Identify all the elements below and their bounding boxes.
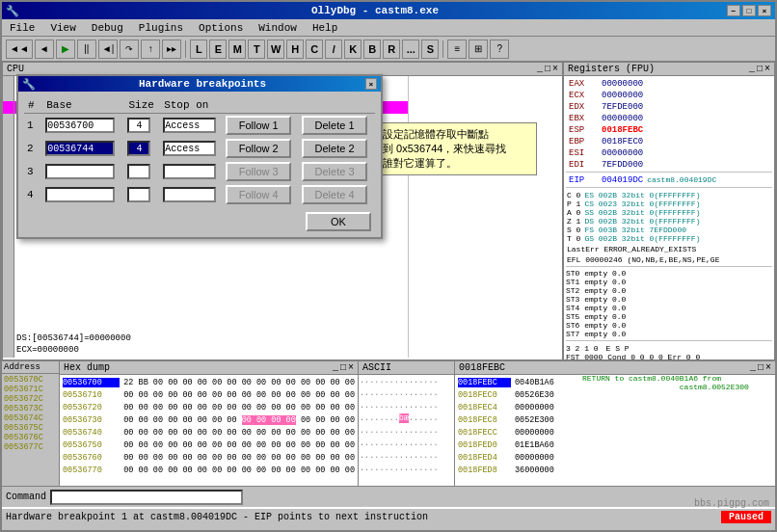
toolbar-trace[interactable]: ▸▸ [162, 40, 181, 59]
bp-size-3[interactable] [124, 160, 160, 183]
bp-stopon-input-1[interactable] [163, 118, 216, 133]
toolbar-k[interactable]: K [344, 40, 362, 59]
bp-stopon-input-4[interactable] [163, 187, 216, 202]
toolbar-e[interactable]: E [209, 40, 227, 59]
reg-maximize[interactable]: □ [757, 64, 763, 74]
toolbar-help[interactable]: ? [490, 40, 509, 59]
toolbar-slash[interactable]: / [325, 40, 342, 59]
efl-line: EFL 00000246 (NO,NB,E,BE,NS,PE,GE [566, 254, 772, 265]
delete-1-button[interactable]: Delete 1 [302, 116, 367, 135]
fpu-regs: ST0 empty 0.0 ST1 empty 0.0 ST2 empty 0.… [566, 269, 772, 338]
status-bar: Hardware breakpoint 1 at castm8.004019DC… [2, 507, 775, 524]
command-bar: Command [2, 486, 775, 507]
hex-row: 0053671000 00 00 00 00 00 00 00 00 00 00… [61, 388, 357, 401]
reg-close[interactable]: × [764, 64, 770, 74]
command-input[interactable] [50, 490, 243, 505]
hex-panel[interactable]: Hex dump _□× 0053670022 BB 00 00 00 00 0… [60, 361, 359, 486]
toolbar-sep1 [185, 40, 186, 58]
bp-base-input-4[interactable] [45, 187, 115, 202]
toolbar-h[interactable]: H [286, 40, 304, 59]
toolbar-step-out[interactable]: ↑ [141, 40, 160, 59]
toolbar-l[interactable]: L [190, 40, 207, 59]
follow-3-button[interactable]: Follow 3 [226, 162, 291, 181]
toolbar-w[interactable]: W [267, 40, 284, 59]
bp-stopon-4[interactable] [160, 183, 223, 206]
reg-minimize[interactable]: _ [749, 64, 755, 74]
bp-stopon-3[interactable] [160, 160, 223, 183]
follow-2-button[interactable]: Follow 2 [226, 139, 291, 158]
bp-follow-2[interactable]: Follow 2 [223, 137, 299, 160]
menu-file[interactable]: File [6, 21, 39, 35]
bp-base-input-3[interactable] [45, 164, 115, 179]
toolbar-back[interactable]: ◄ [35, 40, 54, 59]
bp-base-3[interactable] [42, 160, 124, 183]
code-close[interactable]: × [552, 64, 558, 74]
menu-help[interactable]: Help [308, 21, 341, 35]
ok-button[interactable]: OK [306, 212, 371, 231]
bp-row-4: 4 Follow 4 [24, 183, 375, 206]
reg-ebx: EBX00000000 [566, 113, 772, 124]
bp-size-input-1[interactable] [127, 118, 150, 133]
code-maximize[interactable]: □ [545, 64, 550, 74]
toolbar-r[interactable]: R [383, 40, 400, 59]
menu-window[interactable]: Window [255, 21, 301, 35]
minimize-button[interactable]: − [727, 5, 740, 16]
toolbar-b[interactable]: B [363, 40, 381, 59]
bp-base-input-1[interactable] [45, 118, 115, 133]
follow-4-button[interactable]: Follow 4 [226, 185, 291, 204]
bp-base-2[interactable] [42, 137, 124, 160]
toolbar-rewind[interactable]: ◄◄ [6, 40, 33, 59]
toolbar-m[interactable]: M [228, 40, 246, 59]
bp-stopon-input-3[interactable] [163, 164, 216, 179]
menu-view[interactable]: View [46, 21, 79, 35]
stack-panel[interactable]: 0018FEBC _□× 0018FEBC0040B1A6 RETURN to … [455, 361, 775, 486]
bp-size-4[interactable] [124, 183, 160, 206]
bp-stopon-2[interactable] [160, 137, 223, 160]
toolbar-step-over[interactable]: ↷ [120, 40, 139, 59]
bp-stopon-1[interactable] [160, 114, 223, 138]
bp-delete-1[interactable]: Delete 1 [299, 114, 375, 138]
toolbar-pause[interactable]: || [77, 40, 96, 59]
bp-size-input-3[interactable] [127, 164, 150, 179]
bp-delete-2[interactable]: Delete 2 [299, 137, 375, 160]
toolbar-list[interactable]: ≡ [447, 40, 467, 59]
toolbar-run[interactable]: ▶ [56, 40, 75, 59]
bp-size-input-2[interactable] [127, 141, 150, 156]
follow-1-button[interactable]: Follow 1 [226, 116, 291, 135]
delete-2-button[interactable]: Delete 2 [302, 139, 367, 158]
menu-debug[interactable]: Debug [88, 21, 127, 35]
menu-options[interactable]: Options [195, 21, 247, 35]
toolbar-step-in[interactable]: ◄| [98, 40, 119, 59]
toolbar-s[interactable]: S [421, 40, 439, 59]
code-minimize[interactable]: _ [537, 64, 543, 74]
reg-ecx: ECX00000000 [566, 90, 772, 101]
reg-eip: EIP004019DCcastm8.004019DC [566, 174, 772, 186]
delete-4-button[interactable]: Delete 4 [302, 185, 367, 204]
bp-base-4[interactable] [42, 183, 124, 206]
main-window: 🔧 OllyDbg - castm8.exe − □ × File View D… [0, 0, 777, 532]
toolbar-grid[interactable]: ⊞ [469, 40, 488, 59]
bp-follow-1[interactable]: Follow 1 [223, 114, 299, 138]
dialog-title: 🔧 Hardware breakpoints × [18, 76, 381, 92]
dialog-ok-area: OK [24, 212, 375, 231]
toolbar-t[interactable]: T [248, 40, 265, 59]
toolbar-c[interactable]: C [306, 40, 323, 59]
bp-base-1[interactable] [42, 114, 124, 138]
breakpoints-table: # Base Size Stop on 1 [24, 97, 375, 206]
dialog-title-text: Hardware breakpoints [139, 78, 266, 90]
bp-size-2[interactable] [124, 137, 160, 160]
bp-base-input-2[interactable] [45, 141, 115, 156]
delete-3-button[interactable]: Delete 3 [302, 162, 367, 181]
bp-size-input-4[interactable] [127, 187, 150, 202]
bp-follow-3: Follow 3 [223, 160, 299, 183]
bp-stopon-input-2[interactable] [163, 141, 216, 156]
dialog-close-button[interactable]: × [365, 78, 377, 90]
bp-size-1[interactable] [124, 114, 160, 138]
close-button[interactable]: × [758, 5, 771, 16]
maximize-button[interactable]: □ [742, 5, 756, 16]
reg-eax: EAX00000000 [566, 78, 772, 90]
menu-plugins[interactable]: Plugins [135, 21, 187, 35]
ascii-panel: ASCII ................ ................ … [359, 361, 455, 486]
toolbar-dots[interactable]: ... [402, 40, 419, 59]
status-message: Hardware breakpoint 1 at castm8.004019DC… [6, 512, 428, 522]
